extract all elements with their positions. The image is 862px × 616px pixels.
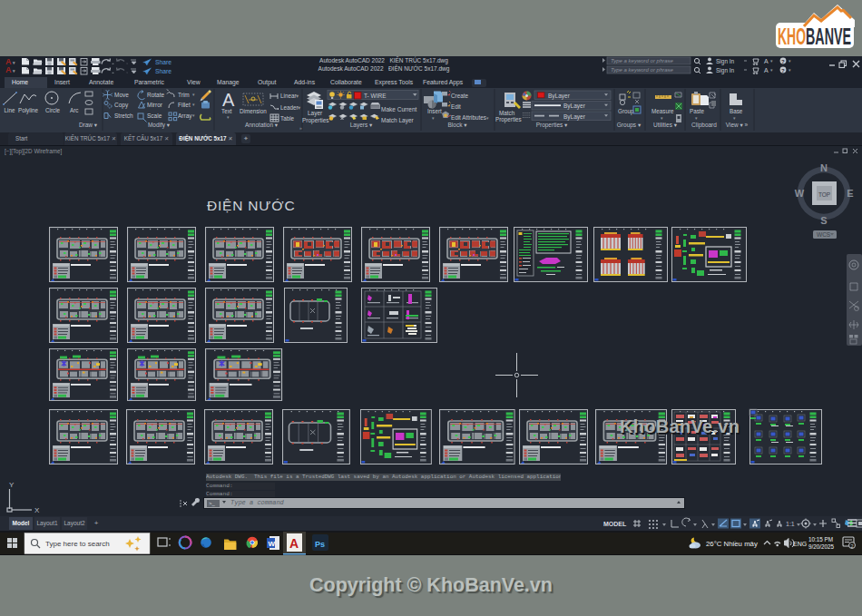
svg-text:X: X — [34, 506, 40, 514]
svg-text:Mirror: Mirror — [147, 102, 163, 108]
svg-text:Line: Line — [5, 107, 15, 113]
svg-text:Modify ▾: Modify ▾ — [148, 122, 171, 129]
svg-text:ByLayer: ByLayer — [563, 103, 586, 110]
svg-text:Type a keyword or phrase: Type a keyword or phrase — [611, 58, 674, 64]
svg-text:Circle: Circle — [45, 107, 61, 113]
svg-text:▾: ▾ — [789, 58, 791, 64]
svg-text:ByLayer: ByLayer — [548, 93, 571, 100]
svg-text:Y: Y — [9, 481, 15, 489]
svg-text:ENG: ENG — [793, 541, 807, 547]
svg-text:Stretch: Stretch — [114, 112, 133, 119]
svg-text:9/20/2025: 9/20/2025 — [808, 543, 835, 550]
svg-text:Polyline: Polyline — [18, 107, 39, 114]
svg-text:Scale: Scale — [147, 112, 162, 119]
svg-text:Annotation ▾: Annotation ▾ — [245, 122, 279, 128]
svg-text:Copy: Copy — [114, 102, 129, 109]
svg-text:▾: ▾ — [432, 115, 435, 121]
svg-text:Leader: Leader — [280, 104, 299, 111]
svg-text:A: A — [289, 536, 299, 551]
svg-text:E: E — [847, 188, 853, 199]
svg-text:1:1: 1:1 — [786, 521, 795, 527]
svg-text:▾: ▾ — [227, 114, 230, 120]
svg-text:Insert: Insert — [427, 108, 442, 114]
svg-text:BANVE: BANVE — [806, 23, 851, 49]
svg-text:?: ? — [781, 59, 785, 64]
svg-text:Utilities ▾: Utilities ▾ — [653, 122, 678, 128]
svg-text:▾: ▾ — [770, 58, 773, 64]
svg-text:Make Current: Make Current — [381, 106, 417, 112]
svg-text:▾: ▾ — [695, 115, 698, 121]
svg-text:Properties: Properties — [495, 116, 522, 123]
svg-text:Trim: Trim — [178, 92, 190, 98]
svg-text:Table: Table — [280, 115, 295, 122]
svg-text:▾: ▾ — [192, 112, 195, 118]
svg-text:Groups ▾: Groups ▾ — [617, 122, 642, 129]
svg-text:Fillet: Fillet — [178, 102, 191, 108]
svg-text:N: N — [820, 162, 828, 173]
svg-text:Sign In: Sign In — [716, 58, 735, 65]
svg-text:Ps: Ps — [315, 540, 325, 549]
svg-text:Edit Attributes: Edit Attributes — [451, 114, 486, 121]
svg-text:S: S — [820, 215, 827, 226]
svg-text:TOP: TOP — [818, 191, 830, 198]
svg-text:MODEL: MODEL — [603, 521, 627, 527]
svg-text:Array: Array — [178, 112, 192, 120]
svg-text:2: 2 — [851, 543, 854, 549]
svg-text:ByLayer: ByLayer — [563, 113, 586, 121]
svg-text:Group: Group — [618, 108, 634, 115]
svg-text:Dimension: Dimension — [240, 108, 267, 114]
svg-text:Match Layer: Match Layer — [381, 117, 415, 124]
svg-text:Rotate: Rotate — [147, 92, 165, 98]
svg-text:Properties ▾: Properties ▾ — [536, 122, 568, 129]
svg-text:▾: ▾ — [486, 115, 489, 121]
svg-text:A: A — [222, 90, 235, 110]
svg-text:Block ▾: Block ▾ — [448, 122, 468, 128]
svg-text:10:15 PM: 10:15 PM — [808, 536, 833, 543]
svg-text:»: » — [299, 125, 302, 131]
svg-text:Match: Match — [499, 110, 515, 116]
svg-text:▾: ▾ — [192, 92, 195, 97]
svg-text:WCS: WCS — [817, 231, 831, 238]
svg-text:▾: ▾ — [296, 93, 299, 99]
svg-text:▾: ▾ — [733, 115, 736, 121]
svg-text:Properties: Properties — [302, 117, 329, 124]
svg-text:W: W — [269, 540, 276, 548]
svg-text:Arc: Arc — [70, 107, 78, 113]
svg-text:Linear: Linear — [280, 93, 297, 99]
svg-text:T- WIRE: T- WIRE — [364, 93, 387, 99]
svg-text:Create: Create — [451, 93, 468, 99]
svg-text:Measure: Measure — [651, 108, 674, 114]
svg-text:A: A — [764, 58, 769, 64]
svg-text:Text: Text — [221, 108, 232, 114]
svg-text:▾: ▾ — [661, 115, 663, 121]
svg-text:▾: ▾ — [298, 104, 301, 111]
svg-text:Move: Move — [114, 92, 129, 98]
svg-text:Type here to search: Type here to search — [45, 540, 110, 548]
svg-text:View ▾ »: View ▾ » — [726, 122, 749, 128]
svg-text:▾: ▾ — [192, 102, 195, 107]
svg-text:Base: Base — [730, 108, 743, 114]
svg-text:W: W — [795, 188, 805, 199]
svg-text:Layers ▾: Layers ▾ — [350, 122, 373, 129]
svg-text:Clipboard: Clipboard — [691, 122, 717, 129]
svg-text:26°C Nhiều mây: 26°C Nhiều mây — [706, 540, 758, 548]
svg-text:Edit: Edit — [451, 103, 461, 110]
svg-text:Draw ▾: Draw ▾ — [79, 122, 98, 128]
svg-text:Paste: Paste — [690, 108, 705, 114]
svg-text:KHO: KHO — [778, 23, 806, 49]
